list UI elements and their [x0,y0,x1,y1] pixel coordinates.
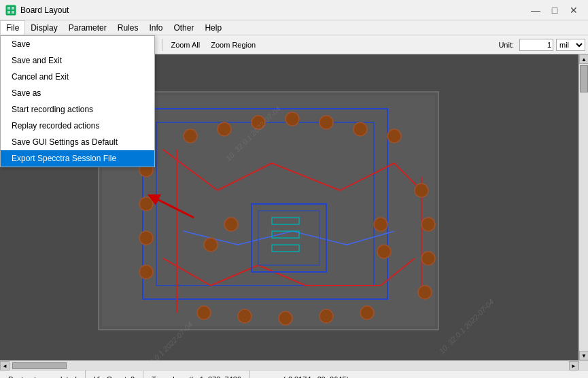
postroute-text: Postroute completed [8,375,77,379]
unit-value-input[interactable] [519,39,553,51]
menu-start-recording[interactable]: Start recording actions [1,101,154,118]
status-cursor: cursor: (-0.8174 , 39. 2645) [250,371,357,378]
svg-point-34 [286,112,299,126]
status-postroute: Postroute completed [5,371,86,378]
minimize-button[interactable]: — [527,3,544,17]
svg-point-52 [204,238,218,252]
svg-point-47 [238,309,252,323]
zoom-region-button[interactable]: Zoom Region [207,39,260,50]
file-dropdown-menu: Save Save and Exit Cancel and Exit Save … [0,35,155,167]
maximize-button[interactable]: □ [546,3,564,17]
status-bar: Postroute completed Via Count: 0 Trace L… [0,370,588,378]
app-icon [5,5,16,16]
svg-point-54 [377,245,391,258]
svg-point-46 [197,306,211,320]
scroll-left-button[interactable]: ◄ [0,361,10,371]
scroll-down-button[interactable]: ▼ [579,351,588,360]
svg-point-53 [374,218,387,231]
menu-export-specctra[interactable]: Export Specctra Session File [1,150,154,167]
trace-length-text: Trace Length: 1, 373. 7436 [152,375,241,379]
cursor-text: cursor: (-0.8174 , 39. 2645) [258,375,349,379]
svg-rect-1 [7,7,10,10]
svg-rect-3 [7,11,10,14]
scroll-corner [578,361,588,370]
menu-save[interactable]: Save [1,36,154,52]
menu-save-gui[interactable]: Save GUI Settings as Default [1,134,154,150]
menu-item-help[interactable]: Help [199,20,227,35]
close-button[interactable]: ✕ [565,3,583,17]
window-controls: — □ ✕ [527,3,583,17]
zoom-all-button[interactable]: Zoom All [167,39,204,50]
svg-point-48 [279,311,292,325]
menu-bar: File Display Parameter Rules Info Other … [0,20,588,35]
svg-point-50 [360,306,374,320]
scroll-thumb-h[interactable] [12,362,67,369]
window-title: Board Layout [20,5,527,15]
svg-point-32 [218,122,231,136]
svg-point-45 [418,286,432,299]
svg-point-36 [353,122,367,136]
unit-label: Unit: [496,41,517,49]
menu-item-other[interactable]: Other [168,20,199,35]
scroll-right-button[interactable]: ► [569,361,578,371]
menu-save-and-exit[interactable]: Save and Exit [1,52,154,69]
svg-point-35 [319,116,333,129]
menu-item-rules[interactable]: Rules [112,20,144,35]
menu-cancel-and-exit[interactable]: Cancel and Exit [1,69,154,85]
svg-point-49 [319,309,333,323]
vertical-scrollbar[interactable]: ▲ ▼ [578,54,588,360]
menu-item-info[interactable]: Info [143,20,168,35]
svg-point-42 [415,184,428,197]
menu-item-parameter[interactable]: Parameter [63,20,112,35]
hscroll-track[interactable] [10,361,569,370]
svg-point-41 [139,265,153,279]
menu-item-file[interactable]: File [0,20,25,35]
svg-point-39 [139,197,153,211]
svg-point-44 [421,252,435,265]
unit-select[interactable]: mil mm inch [556,39,585,51]
svg-point-31 [184,129,197,143]
title-bar: Board Layout — □ ✕ [0,0,588,20]
via-count-text: Via Count: 0 [94,375,135,379]
svg-point-37 [387,129,401,143]
scroll-status-row: ◄ ► [0,360,588,370]
svg-rect-2 [12,7,14,10]
toolbar-separator-2 [162,39,162,51]
svg-point-51 [224,218,238,231]
status-trace-length: Trace Length: 1, 373. 7436 [143,371,250,378]
scroll-thumb-v[interactable] [580,65,588,92]
scroll-up-button[interactable]: ▲ [579,54,588,64]
menu-item-display[interactable]: Display [25,20,63,35]
status-via-count: Via Count: 0 [86,371,143,378]
menu-save-as[interactable]: Save as [1,85,154,101]
svg-point-43 [421,218,435,231]
menu-replay-recorded[interactable]: Replay recorded actions [1,118,154,134]
svg-point-40 [139,231,153,245]
svg-rect-4 [12,11,14,14]
